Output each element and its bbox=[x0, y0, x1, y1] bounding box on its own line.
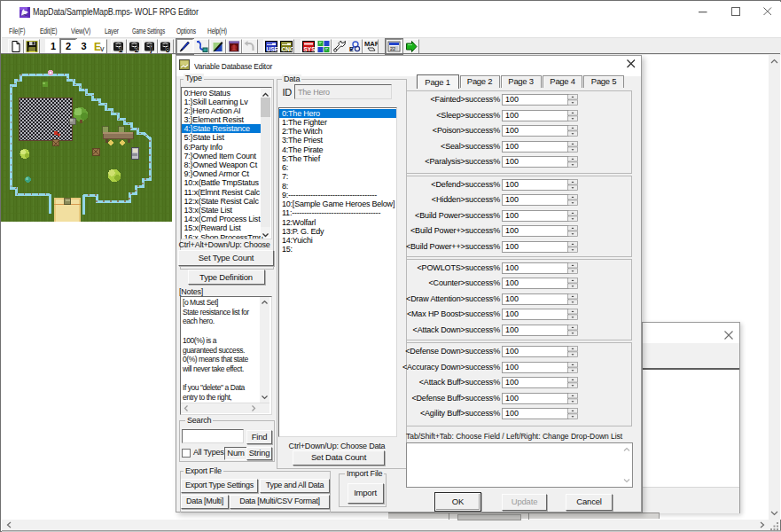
svg-text:E: E bbox=[349, 46, 354, 52]
svg-text:22: 22 bbox=[390, 46, 395, 51]
svg-text:v: v bbox=[100, 44, 105, 53]
svg-text:SYS: SYS bbox=[303, 46, 316, 52]
svg-text:MAP: MAP bbox=[364, 40, 378, 48]
svg-text:USE: USE bbox=[266, 46, 278, 52]
svg-text:CNG: CNG bbox=[282, 46, 294, 52]
